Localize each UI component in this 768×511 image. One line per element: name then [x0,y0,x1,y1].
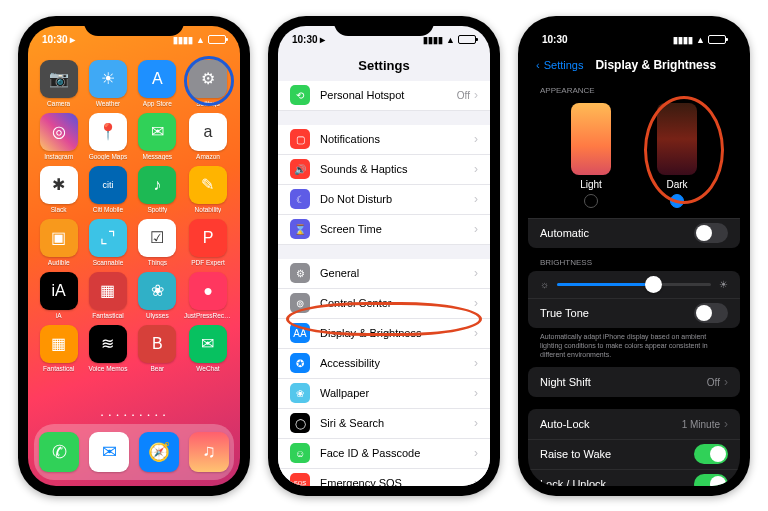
chevron-icon: › [724,375,728,389]
row-label: Control Center [320,297,474,309]
app-pdf-expert[interactable]: PPDF Expert [184,219,232,266]
settings-row-screen-time[interactable]: ⌛Screen Time› [278,215,490,245]
notch [334,16,434,36]
app-citi-mobile[interactable]: citiCiti Mobile [85,166,130,213]
app-label: Slack [51,206,67,213]
app-slack[interactable]: ✱Slack [36,166,81,213]
app-icon: ✉ [189,325,227,363]
row-label: Notifications [320,133,474,145]
phone-home: 10:30 ▸ ▮▮▮▮ ▲ 📷Camera☀WeatherAApp Store… [18,16,250,496]
chevron-icon: › [474,162,478,176]
battery-icon [458,35,476,44]
app-audible[interactable]: ▣Audible [36,219,81,266]
automatic-row[interactable]: Automatic [528,218,740,248]
truetone-row[interactable]: True Tone [528,298,740,328]
settings-row-sounds-haptics[interactable]: 🔊Sounds & Haptics› [278,155,490,185]
brightness-slider[interactable] [557,283,711,286]
settings-row-display-brightness[interactable]: AADisplay & Brightness› [278,319,490,349]
app-app-store[interactable]: AApp Store [135,60,180,107]
app-messages[interactable]: ✉Messages [135,113,180,160]
app-ia[interactable]: iAiA [36,272,81,319]
truetone-toggle[interactable] [694,303,728,323]
settings-row-wallpaper[interactable]: ❀Wallpaper› [278,379,490,409]
app-bear[interactable]: BBear [135,325,180,372]
app-fantastical[interactable]: ▦Fantastical [85,272,130,319]
row-icon: SOS [290,473,310,486]
app-notability[interactable]: ✎Notability [184,166,232,213]
home-screen: 10:30 ▸ ▮▮▮▮ ▲ 📷Camera☀WeatherAApp Store… [28,26,240,486]
app-label: Spotify [147,206,167,213]
settings-row-notifications[interactable]: ▢Notifications› [278,125,490,155]
chevron-icon: › [474,266,478,280]
light-thumbnail [571,103,611,175]
row-icon: ⟲ [290,85,310,105]
dock-app[interactable]: ✉ [89,432,129,472]
autolock-row[interactable]: Auto-Lock 1 Minute› [528,409,740,439]
status-time: 10:30 [542,34,568,45]
back-button[interactable]: Settings [544,59,584,71]
app-icon: ≋ [89,325,127,363]
row-label: Personal Hotspot [320,89,457,101]
settings-row-emergency-sos[interactable]: SOSEmergency SOS› [278,469,490,486]
phone-settings: 10:30 ▸ ▮▮▮▮ ▲ Settings ⟲Personal Hotspo… [268,16,500,496]
status-time: 10:30 ▸ [42,34,75,45]
dock-app[interactable]: ✆ [39,432,79,472]
settings-row-do-not-disturb[interactable]: ☾Do Not Disturb› [278,185,490,215]
app-things[interactable]: ☑Things [135,219,180,266]
app-ulysses[interactable]: ❀Ulysses [135,272,180,319]
raise-toggle[interactable] [694,444,728,464]
settings-row-siri-search[interactable]: ◯Siri & Search› [278,409,490,439]
page-indicator[interactable]: • • • • • • • • • [28,412,240,418]
automatic-toggle[interactable] [694,223,728,243]
app-fantastical[interactable]: ▦Fantastical [36,325,81,372]
light-label: Light [580,179,602,190]
app-icon: ✉ [138,113,176,151]
app-icon: ❀ [138,272,176,310]
signal-icon: ▮▮▮▮ [423,35,443,45]
app-icon: ▦ [40,325,78,363]
chevron-icon: › [474,356,478,370]
dark-radio[interactable] [670,194,684,208]
dock-app[interactable]: ♫ [189,432,229,472]
app-settings[interactable]: ⚙Settings [184,60,232,107]
app-justpressrecord[interactable]: ●JustPressRecord [184,272,232,319]
raise-row[interactable]: Raise to Wake [528,439,740,469]
back-chevron-icon[interactable]: ‹ [536,59,540,71]
settings-list: ⟲Personal HotspotOff›▢Notifications›🔊Sou… [278,81,490,486]
appearance-light-option[interactable]: Light [571,103,611,208]
app-spotify[interactable]: ♪Spotify [135,166,180,213]
lock-toggle[interactable] [694,474,728,485]
light-radio[interactable] [584,194,598,208]
row-icon: ⌛ [290,219,310,239]
lock-row[interactable]: Lock / Unlock [528,469,740,486]
nightshift-row[interactable]: Night Shift Off› [528,367,740,397]
appearance-dark-option[interactable]: Dark [657,103,697,208]
app-google-maps[interactable]: 📍Google Maps [85,113,130,160]
truetone-note: Automatically adapt iPhone display based… [528,328,740,367]
battery-icon [208,35,226,44]
notch [584,16,684,36]
app-camera[interactable]: 📷Camera [36,60,81,107]
brightness-knob[interactable] [645,276,662,293]
dark-thumbnail [657,103,697,175]
settings-row-face-id-passcode[interactable]: ☺Face ID & Passcode› [278,439,490,469]
chevron-icon: › [474,446,478,460]
settings-row-accessibility[interactable]: ✪Accessibility› [278,349,490,379]
app-instagram[interactable]: ◎Instagram [36,113,81,160]
app-icon: ✎ [189,166,227,204]
app-icon: ● [189,272,227,310]
appearance-header: APPEARANCE [528,76,740,99]
settings-row-general[interactable]: ⚙General› [278,259,490,289]
settings-row-control-center[interactable]: ⊚Control Center› [278,289,490,319]
app-wechat[interactable]: ✉WeChat [184,325,232,372]
dock-app[interactable]: 🧭 [139,432,179,472]
app-amazon[interactable]: aAmazon [184,113,232,160]
settings-row-personal-hotspot[interactable]: ⟲Personal HotspotOff› [278,81,490,111]
app-weather[interactable]: ☀Weather [85,60,130,107]
app-voice-memos[interactable]: ≋Voice Memos [85,325,130,372]
app-icon: iA [40,272,78,310]
app-label: iA [56,312,62,319]
chevron-icon: › [474,132,478,146]
app-scannable[interactable]: ⌞⌝Scannable [85,219,130,266]
autolock-value: 1 Minute [682,419,720,430]
